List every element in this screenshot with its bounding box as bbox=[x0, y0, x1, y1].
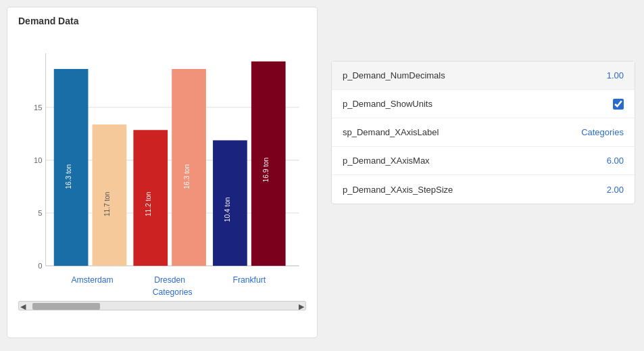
svg-text:15: 15 bbox=[34, 103, 42, 112]
main-container: Demand Data 0 5 10 15 bbox=[7, 7, 637, 344]
prop-label-xaxis-label: sp_Demand_XAxisLabel bbox=[343, 127, 439, 137]
svg-text:16.3 ton: 16.3 ton bbox=[65, 164, 72, 189]
prop-row-xaxis-step: p_Demand_XAxis_StepSize 2.00 bbox=[332, 175, 635, 204]
prop-label-xaxis-step: p_Demand_XAxis_StepSize bbox=[343, 185, 453, 195]
svg-text:11.7 ton: 11.7 ton bbox=[103, 191, 111, 216]
prop-label-show-units: p_Demand_ShowUnits bbox=[343, 99, 432, 109]
svg-text:10: 10 bbox=[34, 156, 42, 164]
chart-area: 0 5 10 15 16.3 ton 11.7 ton 11.2 ton 16.… bbox=[18, 34, 306, 298]
svg-text:Frankfurt: Frankfurt bbox=[232, 275, 266, 285]
svg-text:Dresden: Dresden bbox=[154, 275, 185, 285]
svg-text:5: 5 bbox=[38, 209, 42, 217]
svg-text:16.3 ton: 16.3 ton bbox=[183, 164, 191, 189]
prop-value-xaxis-label[interactable]: Categories bbox=[581, 127, 624, 137]
prop-value-num-decimals[interactable]: 1.00 bbox=[607, 70, 624, 80]
prop-row-show-units: p_Demand_ShowUnits bbox=[332, 90, 635, 118]
scroll-right-arrow[interactable]: ▶ bbox=[299, 302, 304, 310]
prop-row-xaxis-max: p_Demand_XAxisMax 6.00 bbox=[332, 147, 635, 175]
prop-label-num-decimals: p_Demand_NumDecimals bbox=[343, 70, 445, 80]
bar-chart-svg: 0 5 10 15 16.3 ton 11.7 ton 11.2 ton 16.… bbox=[18, 34, 306, 298]
svg-text:11.2 ton: 11.2 ton bbox=[145, 191, 152, 216]
svg-text:10.4 ton: 10.4 ton bbox=[224, 197, 231, 223]
svg-text:0: 0 bbox=[38, 262, 42, 270]
scroll-left-arrow[interactable]: ◀ bbox=[20, 302, 26, 310]
svg-text:Amsterdam: Amsterdam bbox=[71, 275, 113, 285]
scrollbar-thumb[interactable] bbox=[32, 303, 100, 310]
prop-checkbox-show-units[interactable] bbox=[613, 99, 624, 110]
prop-value-xaxis-max[interactable]: 6.00 bbox=[607, 156, 624, 166]
chart-panel: Demand Data 0 5 10 15 bbox=[7, 7, 318, 338]
prop-row-num-decimals: p_Demand_NumDecimals 1.00 bbox=[332, 62, 635, 90]
prop-label-xaxis-max: p_Demand_XAxisMax bbox=[343, 156, 430, 166]
prop-row-xaxis-label: sp_Demand_XAxisLabel Categories bbox=[332, 118, 635, 147]
prop-value-xaxis-step[interactable]: 2.00 bbox=[607, 185, 624, 195]
svg-text:16.9 ton: 16.9 ton bbox=[262, 158, 270, 183]
svg-text:Categories: Categories bbox=[153, 287, 193, 297]
chart-scrollbar[interactable]: ◀ ▶ bbox=[18, 301, 306, 310]
chart-title: Demand Data bbox=[18, 16, 306, 26]
properties-panel: p_Demand_NumDecimals 1.00 p_Demand_ShowU… bbox=[331, 61, 635, 204]
